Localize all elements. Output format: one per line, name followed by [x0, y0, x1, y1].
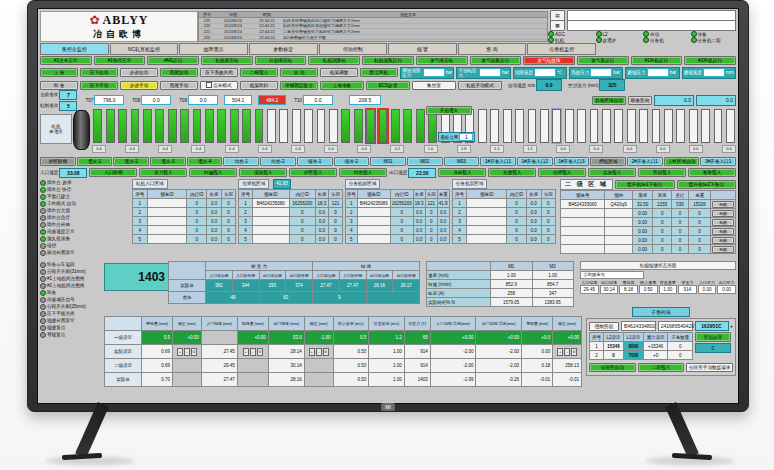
mode-button[interactable]: 机架调整 — [320, 68, 358, 77]
coil-panel-title[interactable]: 轧辊辊缝状态画面 — [580, 261, 736, 270]
subcoil-tab[interactable]: 子卷列表 — [632, 307, 690, 317]
mode-button[interactable]: 甩尾自动 — [160, 68, 198, 77]
tension-value[interactable]: 0.0 — [303, 95, 333, 105]
zone-button[interactable]: 缓冷-1 — [297, 157, 333, 166]
section-enable-button[interactable]: 张力投入 — [139, 168, 187, 177]
zone-button[interactable]: 上料区域自动 — [664, 157, 700, 166]
plant-status-button[interactable]: #M1运行 — [147, 56, 199, 65]
plant-status-button[interactable]: #2风机运行 — [684, 56, 736, 65]
record-query-input[interactable] — [567, 20, 736, 31]
area-auto-button[interactable]: 联卷查询 — [628, 96, 652, 105]
section-enable-button[interactable]: 入口联锁 — [89, 168, 137, 177]
mode-button[interactable]: 点检模式 — [200, 81, 238, 90]
mode-button[interactable]: 上 卷 — [40, 68, 78, 77]
tab-参数标定[interactable]: 参数标定 — [249, 43, 318, 55]
section-enable-button[interactable]: 冷却投入 — [438, 168, 486, 177]
stepper-button[interactable]: + — [309, 348, 315, 356]
tab-NC轧直机监控[interactable]: NC轧直机监控 — [110, 43, 179, 55]
line-control-button[interactable]: 上卷准备 — [320, 81, 364, 90]
mode-button[interactable]: 卸 卷 — [40, 81, 78, 90]
zone-button[interactable]: 3#开卷入口1 — [700, 157, 736, 166]
zone-button[interactable]: 退火-2 — [113, 157, 149, 166]
force-cut-button[interactable]: 强制剪切 — [589, 322, 619, 331]
mode-button[interactable]: 除尘风机 — [360, 68, 398, 77]
line-control-button[interactable]: 轧机手动模式 — [458, 81, 502, 90]
pass-tension-value[interactable]: 325 — [599, 79, 625, 91]
zone-button[interactable]: 1#开卷入口3 — [554, 157, 590, 166]
section-enable-button[interactable]: 均热投入 — [339, 168, 387, 177]
section-enable-button[interactable]: 拉矫投入 — [538, 168, 586, 177]
stepper-button[interactable]: + — [177, 348, 183, 356]
tab-传动控制[interactable]: 传动控制 — [319, 43, 388, 55]
zone-button[interactable]: M01 — [370, 157, 406, 166]
line-control-button[interactable]: 集控室 — [412, 81, 456, 90]
zone-button[interactable]: 退火-3 — [150, 157, 186, 166]
zone-button[interactable]: M02 — [407, 157, 443, 166]
line-control-button[interactable]: ECS连接 — [366, 81, 410, 90]
lifter-button[interactable]: 提升机№2下卷位 — [677, 180, 737, 189]
tab-故障显示[interactable]: 故障显示 — [179, 43, 248, 55]
zone-button[interactable]: 1#开卷入口2 — [517, 157, 553, 166]
stepper-button[interactable]: 0 — [191, 348, 197, 356]
plant-status-button[interactable]: 轧机润滑站 — [308, 56, 360, 65]
mode-button[interactable]: 步进手动 — [120, 81, 158, 90]
tab-报 警[interactable]: 报 警 — [388, 43, 457, 55]
tension-value[interactable]: 0.0 — [141, 95, 171, 105]
stepper-button[interactable]: 0 — [257, 348, 263, 356]
plant-status-button[interactable]: 分切液压站 — [255, 56, 307, 65]
section-enable-button[interactable]: 清洗投入 — [239, 168, 287, 177]
stepper-button[interactable]: + — [243, 348, 249, 356]
stepper-button[interactable]: - — [564, 348, 570, 356]
plant-status-button[interactable]: #1主令正常 — [40, 56, 92, 65]
mode-button[interactable]: 压下手动 — [80, 81, 118, 90]
stepper-button[interactable]: 0 — [323, 348, 329, 356]
section-enable-button[interactable]: 光整投入 — [488, 168, 536, 177]
zone-button[interactable]: 炉区联锁 — [40, 157, 76, 166]
stepper-button[interactable]: - — [250, 348, 256, 356]
invalidate-button[interactable]: 无效 — [712, 210, 734, 217]
zone-button[interactable]: 缓冷-2 — [334, 157, 370, 166]
section-enable-button[interactable]: 纠偏投入 — [189, 168, 237, 177]
invalidate-button[interactable]: 无效 — [712, 237, 734, 244]
zone-button[interactable]: 焊机区域 — [590, 157, 626, 166]
invalidate-button[interactable]: 无效 — [712, 246, 734, 253]
plant-status-button[interactable]: #1风机运行 — [631, 56, 683, 65]
start-anneal-button[interactable]: 开始退火 — [426, 106, 472, 115]
zone-button[interactable]: M03 — [444, 157, 480, 166]
mode-button[interactable]: 带钢跟踪复位 — [280, 81, 318, 90]
zone-button[interactable]: 均热-1 — [223, 157, 259, 166]
zone-button[interactable]: 退火-1 — [77, 157, 113, 166]
lifter-button[interactable]: 提升机№1下卷位 — [615, 180, 675, 189]
plant-status-button[interactable]: 轧机液压站 — [201, 56, 253, 65]
stepper-button[interactable]: - — [316, 348, 322, 356]
zone-button[interactable]: 均热-2 — [260, 157, 296, 166]
plant-status-button[interactable]: 废气泵运行 — [577, 56, 629, 65]
zone-button[interactable]: 1#开卷入口1 — [480, 157, 516, 166]
mode-button[interactable]: 机架吹扫 — [240, 81, 278, 90]
zone-button[interactable]: 2#开卷入口1 — [627, 157, 663, 166]
invalidate-button[interactable]: 无效 — [712, 228, 734, 235]
mode-button[interactable]: 自 动 — [280, 68, 318, 77]
tab-查 询[interactable]: 查 询 — [458, 43, 527, 55]
stepper-button[interactable]: + — [557, 348, 563, 356]
invalidate-button[interactable]: 无效 — [712, 219, 734, 226]
area-auto-button[interactable]: 存卷区域自动 — [592, 96, 626, 105]
section-enable-button[interactable]: 卷取投入 — [688, 168, 736, 177]
mode-button[interactable]: 二级投入 — [240, 68, 278, 77]
section-enable-button[interactable]: 涂油投入 — [588, 168, 636, 177]
subcoil-action-button[interactable]: 全段剪自动 — [589, 363, 636, 372]
tab-集控全监控[interactable]: 集控全监控 — [40, 43, 109, 55]
plant-status-button[interactable]: 废气站故障 — [523, 56, 575, 65]
plant-status-button[interactable]: 废气油泵运行 — [470, 56, 522, 65]
zone-button[interactable]: 退火-4 — [187, 157, 223, 166]
auto-speed-value[interactable]: 0.0 — [536, 79, 562, 91]
plant-status-button[interactable]: 轧机油泵运行 — [362, 56, 414, 65]
folder-icon[interactable]: ▦ — [550, 20, 565, 31]
tab-分卷机监控[interactable]: 分卷机监控 — [527, 43, 596, 55]
plant-status-button[interactable]: 废气液压站 — [416, 56, 468, 65]
mode-button[interactable]: 步进自动 — [120, 68, 158, 77]
stepper-button[interactable]: 0 — [571, 348, 577, 356]
mode-button[interactable]: 甩尾手动 — [160, 81, 198, 90]
plant-status-button[interactable]: #1快停正常 — [94, 56, 146, 65]
section-enable-button[interactable]: 剪切投入 — [638, 168, 686, 177]
